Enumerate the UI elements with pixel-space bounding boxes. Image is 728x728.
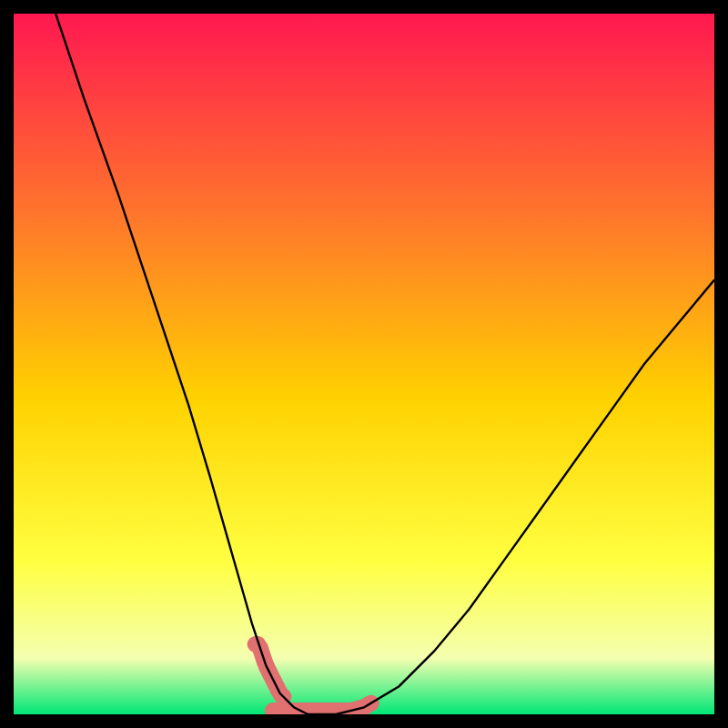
gradient-background (14, 14, 714, 714)
chart-frame: TheBottleneck.com (14, 14, 714, 714)
bottleneck-chart (14, 14, 714, 714)
